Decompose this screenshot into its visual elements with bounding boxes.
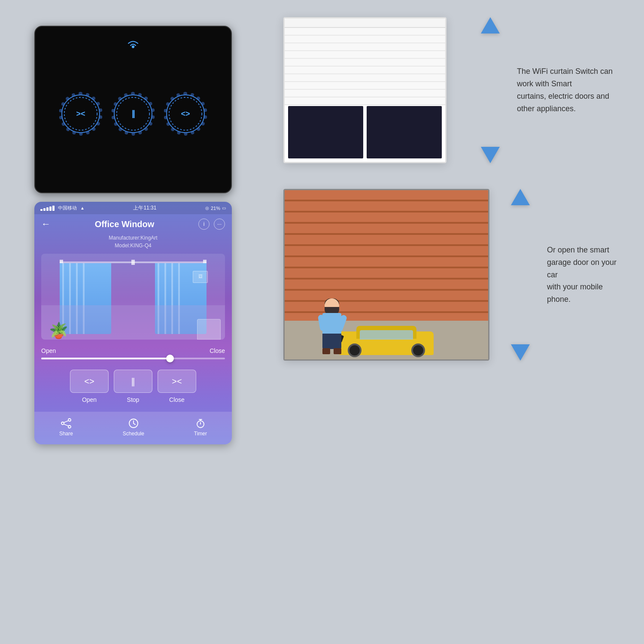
switch-device: >< ‖ <> (34, 26, 232, 193)
curtain-clip-center (131, 260, 135, 265)
app-statusbar: 中国移动 ▲ 上午11:31 ◎ 21% ▭ (34, 202, 232, 214)
slider-thumb[interactable] (166, 355, 174, 362)
window-arrows (481, 17, 500, 163)
garage-person (319, 298, 345, 354)
app-header: ← Office Window i ··· (34, 214, 232, 234)
svg-line-10 (134, 423, 135, 425)
signal-bars-icon (40, 206, 55, 211)
garage-illustration (283, 189, 489, 361)
room-nightstand (197, 319, 221, 340)
slider-label-close: Close (210, 347, 225, 354)
window-pane-right (367, 106, 442, 158)
app-close-button[interactable]: >< (158, 370, 196, 393)
switch-close-button[interactable]: <> (166, 94, 205, 133)
nav-timer[interactable]: Timer (194, 418, 207, 437)
app-stop-label: Stop (114, 396, 152, 403)
window-illustration (283, 17, 464, 163)
garage-door (285, 190, 488, 323)
car-window (360, 330, 413, 340)
garage-arrow-down-icon (511, 344, 530, 361)
nav-share-label: Share (59, 431, 73, 437)
nav-share[interactable]: Share (59, 418, 73, 437)
window-description: The WiFi curtain Switch can work with Sm… (517, 65, 618, 115)
info-button[interactable]: i (198, 219, 210, 230)
back-button[interactable]: ← (41, 219, 51, 230)
location-icon: ◎ (205, 206, 209, 210)
ctrl-btn-labels: Open Stop Close (34, 395, 232, 408)
person-figure (319, 298, 345, 354)
window-opening (285, 103, 445, 162)
subtitle-line1: Manufacturer:KingArt (41, 234, 225, 242)
room-picture-frame: 🖼 (193, 271, 208, 283)
app-screen: 中国移动 ▲ 上午11:31 ◎ 21% ▭ ← Office Window i… (34, 202, 232, 444)
garage-desc-line1: Or open the smart garage door on your ca… (547, 246, 617, 279)
app-stop-button[interactable]: ‖ (114, 370, 152, 393)
garage-car (339, 321, 434, 355)
schedule-icon (128, 418, 139, 429)
car-wheel-left (348, 343, 361, 357)
car-wheel-right (411, 343, 425, 357)
wifi-indicator-icon (126, 39, 140, 53)
app-open-label: Open (70, 396, 109, 403)
app-close-label: Close (158, 396, 196, 403)
switch-open-button[interactable]: >< (61, 94, 100, 133)
window-section: The WiFi curtain Switch can work with Sm… (283, 17, 618, 163)
room-plant-icon: 🪴 (49, 322, 68, 340)
nav-schedule[interactable]: Schedule (123, 418, 144, 437)
status-time: 上午11:31 (133, 204, 156, 212)
app-bottom-nav: Share Schedule Timer (34, 412, 232, 444)
app-subtitle: Manufacturer:KingArt Model:KING-Q4 (34, 234, 232, 254)
window-roller-top (285, 18, 445, 28)
person-feet (322, 348, 341, 354)
status-right: ◎ 21% ▭ (205, 206, 226, 211)
battery-icon: ▭ (222, 206, 226, 210)
curtain-visual: 🪴 🖼 (41, 254, 225, 340)
switch-buttons-row: >< ‖ <> (61, 94, 205, 133)
slider-section: Open Close (34, 340, 232, 363)
slider-fill (41, 358, 170, 359)
person-pants (322, 334, 341, 349)
status-left: 中国移动 ▲ (40, 205, 85, 211)
carrier-label: 中国移动 (58, 205, 77, 211)
person-foot-left (322, 348, 330, 354)
window-roller-slats (285, 28, 445, 105)
app-header-icons: i ··· (198, 219, 225, 230)
window-desc-line1: The WiFi curtain Switch can work with Sm… (517, 67, 613, 88)
app-open-button[interactable]: <> (70, 370, 109, 393)
nav-schedule-label: Schedule (123, 431, 144, 437)
arrow-up-icon (481, 17, 500, 33)
left-panel: >< ‖ <> (34, 26, 236, 444)
garage-description: Or open the smart garage door on your ca… (547, 244, 618, 306)
garage-desc-line2: with your mobile phone. (547, 283, 603, 304)
subtitle-line2: Model:KING-Q4 (41, 242, 225, 249)
right-panel: The WiFi curtain Switch can work with Sm… (283, 17, 618, 361)
app-title: Office Window (51, 219, 198, 229)
svg-point-5 (68, 425, 71, 428)
switch-stop-button[interactable]: ‖ (114, 94, 152, 133)
control-buttons-row: <> ‖ >< (34, 363, 232, 395)
svg-point-4 (68, 419, 71, 421)
garage-arrow-up-icon (511, 189, 530, 205)
window-frame (283, 17, 447, 163)
window-pane-left (288, 106, 363, 158)
slider-track[interactable] (41, 358, 225, 359)
garage-section: Or open the smart garage door on your ca… (283, 189, 618, 361)
slider-label-open: Open (41, 347, 56, 354)
nav-timer-label: Timer (194, 431, 207, 437)
person-foot-right (334, 348, 341, 354)
svg-line-6 (64, 421, 68, 422)
svg-line-7 (64, 424, 68, 426)
garage-arrows (511, 189, 530, 361)
slider-labels: Open Close (41, 347, 225, 354)
window-desc-line2: curtains, electric doors and other appli… (517, 92, 609, 113)
svg-point-3 (61, 422, 64, 425)
share-icon (61, 418, 72, 429)
wifi-icon-status: ▲ (80, 206, 85, 210)
timer-icon (195, 418, 206, 429)
arrow-down-icon (481, 147, 500, 163)
more-options-button[interactable]: ··· (214, 219, 225, 230)
battery-label: 21% (211, 206, 220, 211)
